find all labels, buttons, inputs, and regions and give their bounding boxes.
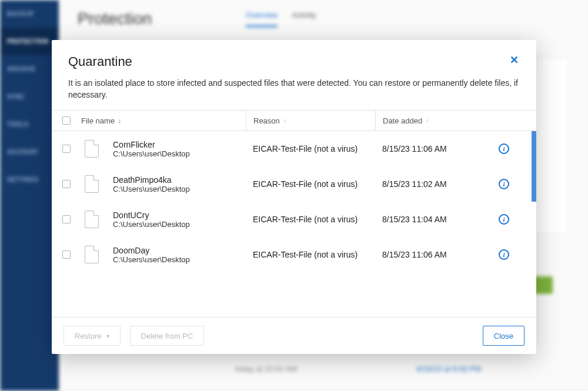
info-icon[interactable]: i <box>499 214 509 225</box>
info-icon[interactable]: i <box>499 249 509 260</box>
file-path: C:\Users\user\Desktop <box>113 220 190 229</box>
modal-footer: Restore ▾ Delete from PC Close <box>52 317 536 354</box>
chevron-down-icon: ▾ <box>106 333 109 339</box>
file-icon <box>85 210 99 228</box>
quarantine-modal: Quarantine ✕ It is an isolated place to … <box>52 40 536 354</box>
file-icon <box>85 246 99 263</box>
file-name: DontUCry <box>113 210 190 220</box>
file-icon <box>85 140 99 158</box>
row-checkbox[interactable] <box>62 180 71 188</box>
row-reason: EICAR-Test-File (not a virus) <box>253 179 358 189</box>
row-checkbox[interactable] <box>62 145 71 153</box>
file-path: C:\Users\user\Desktop <box>113 185 190 193</box>
row-date: 8/15/23 11:04 AM <box>382 215 447 224</box>
table-row[interactable]: DontUCry C:\Users\user\Desktop EICAR-Tes… <box>52 202 536 237</box>
row-reason: EICAR-Test-File (not a virus) <box>253 144 358 153</box>
column-header-date[interactable]: Date added ↑ <box>375 111 499 131</box>
file-name: DoomDay <box>113 246 190 255</box>
select-all-checkbox[interactable] <box>62 116 71 125</box>
sort-up-icon: ↑ <box>426 117 429 124</box>
table-row[interactable]: CornFlicker C:\Users\user\Desktop EICAR-… <box>52 131 536 166</box>
info-icon[interactable]: i <box>499 143 509 154</box>
info-icon[interactable]: i <box>499 179 509 189</box>
table-header: File name ↓ Reason ↑ Date added ↑ <box>52 110 536 131</box>
table-body: CornFlicker C:\Users\user\Desktop EICAR-… <box>52 131 536 317</box>
delete-button[interactable]: Delete from PC <box>130 326 205 346</box>
close-icon[interactable]: ✕ <box>508 54 520 66</box>
modal-title: Quarantine <box>68 54 520 69</box>
modal-header: Quarantine ✕ <box>52 40 536 78</box>
file-icon <box>85 175 99 193</box>
restore-button[interactable]: Restore ▾ <box>64 326 121 346</box>
row-date: 8/15/23 11:06 AM <box>382 250 447 259</box>
scrollbar[interactable] <box>532 131 536 317</box>
file-name: CornFlicker <box>113 140 190 149</box>
scrollbar-thumb[interactable] <box>532 131 536 202</box>
sort-up-icon: ↑ <box>283 117 287 124</box>
table-row[interactable]: DeathPimpo4ka C:\Users\user\Desktop EICA… <box>52 166 536 202</box>
file-name: DeathPimpo4ka <box>113 175 190 185</box>
row-reason: EICAR-Test-File (not a virus) <box>253 215 358 224</box>
row-date: 8/15/23 11:02 AM <box>382 179 447 189</box>
modal-overlay: Quarantine ✕ It is an isolated place to … <box>0 0 588 391</box>
column-header-reason[interactable]: Reason ↑ <box>246 111 375 131</box>
modal-description: It is an isolated place to store infecte… <box>52 78 536 110</box>
row-checkbox[interactable] <box>62 215 71 223</box>
row-date: 8/15/23 11:06 AM <box>382 144 447 153</box>
column-header-filename[interactable]: File name ↓ <box>81 116 246 125</box>
sort-down-icon: ↓ <box>118 117 122 124</box>
table-row[interactable]: DoomDay C:\Users\user\Desktop EICAR-Test… <box>52 237 536 272</box>
row-reason: EICAR-Test-File (not a virus) <box>253 250 358 259</box>
file-path: C:\Users\user\Desktop <box>113 149 190 158</box>
close-button[interactable]: Close <box>483 326 524 346</box>
row-checkbox[interactable] <box>62 250 71 259</box>
file-path: C:\Users\user\Desktop <box>113 255 190 264</box>
